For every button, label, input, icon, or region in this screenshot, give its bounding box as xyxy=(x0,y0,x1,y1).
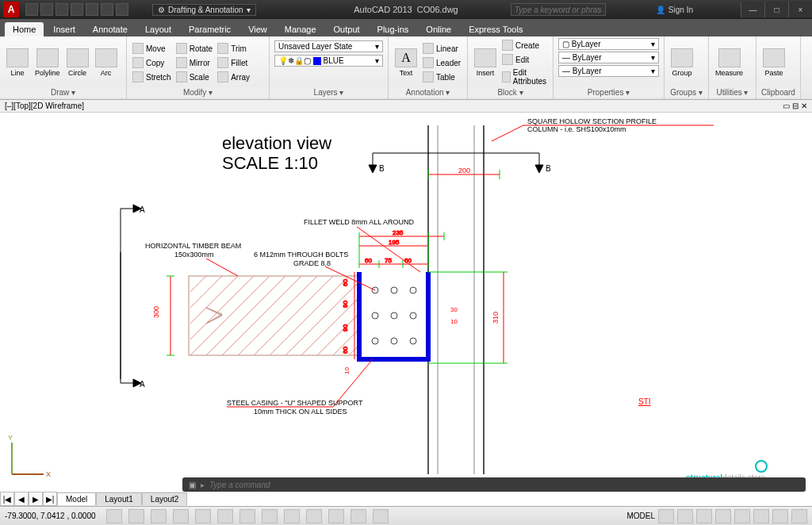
qat-undo-icon[interactable] xyxy=(101,3,113,16)
sheet-layout2[interactable]: Layout2 xyxy=(142,492,188,505)
clean-screen-button[interactable] xyxy=(791,509,807,523)
array-button[interactable]: Array xyxy=(216,71,251,83)
help-search-input[interactable] xyxy=(511,3,606,16)
sheet-layout1[interactable]: Layout1 xyxy=(96,492,142,505)
measure-button[interactable]: Measure xyxy=(714,47,745,79)
tab-manage[interactable]: Manage xyxy=(277,22,324,36)
snap-button[interactable] xyxy=(106,509,122,523)
tab-online[interactable]: Online xyxy=(418,22,459,36)
table-button[interactable]: Table xyxy=(422,71,462,83)
edit-block-button[interactable]: Edit xyxy=(501,53,550,66)
tpy-button[interactable] xyxy=(328,509,344,523)
osnap3d-button[interactable] xyxy=(217,509,233,523)
sc-button[interactable] xyxy=(373,509,389,523)
qat-redo-icon[interactable] xyxy=(116,3,128,16)
lwt-button[interactable] xyxy=(306,509,322,523)
panel-label-modify[interactable]: Modify ▾ xyxy=(127,87,269,98)
minimize-button[interactable]: — xyxy=(741,2,764,17)
polar-button[interactable] xyxy=(173,509,189,523)
tab-parametric[interactable]: Parametric xyxy=(181,22,239,36)
layer-state-combo[interactable]: Unsaved Layer State▾ xyxy=(274,40,383,52)
tab-plugins[interactable]: Plug-ins xyxy=(370,22,417,36)
qp-button[interactable] xyxy=(350,509,366,523)
paste-button[interactable]: Paste xyxy=(761,47,787,79)
workspace-switch-button[interactable] xyxy=(734,509,750,523)
dyn-button[interactable] xyxy=(284,509,300,523)
isolate-button[interactable] xyxy=(772,509,788,523)
circle-button[interactable]: Circle xyxy=(65,47,90,79)
sheet-model[interactable]: Model xyxy=(57,492,96,505)
ducs-button[interactable] xyxy=(262,509,278,523)
status-model[interactable]: MODEL xyxy=(626,512,655,520)
sheet-prev-button[interactable]: ◀ xyxy=(14,492,29,506)
insert-button[interactable]: Insert xyxy=(473,47,498,79)
layer-combo[interactable]: 💡❄🔒▢ BLUE▾ xyxy=(274,55,383,67)
qat-saveas-icon[interactable] xyxy=(71,3,83,16)
leader-button[interactable]: Leader xyxy=(422,56,462,69)
hardware-accel-button[interactable] xyxy=(753,509,769,523)
panel-label-draw[interactable]: Draw ▾ xyxy=(0,87,126,98)
ortho-button[interactable] xyxy=(151,509,167,523)
command-line[interactable]: ▣ ▸ xyxy=(182,477,806,492)
scale-button[interactable]: Scale xyxy=(175,71,213,83)
qat-save-icon[interactable] xyxy=(56,3,68,16)
annotation-scale-button[interactable] xyxy=(715,509,731,523)
move-button[interactable]: Move xyxy=(132,42,172,55)
grid-button[interactable] xyxy=(128,509,144,523)
viewport-menu-icon[interactable]: ▭ ⊟ ✕ xyxy=(783,102,807,110)
panel-label-utilities[interactable]: Utilities ▾ xyxy=(709,87,756,98)
linear-dim-button[interactable]: Linear xyxy=(422,42,462,55)
create-block-button[interactable]: Create xyxy=(501,39,550,52)
panel-label-block[interactable]: Block ▾ xyxy=(468,87,553,98)
viewport-controls[interactable]: [–][Top][2D Wireframe] ▭ ⊟ ✕ xyxy=(0,100,812,113)
tab-annotate[interactable]: Annotate xyxy=(85,22,136,36)
group-button[interactable]: Group xyxy=(669,47,695,79)
dims-top: 235 195 60 75 60 xyxy=(359,229,444,268)
panel-label-layers[interactable]: Layers ▾ xyxy=(270,87,388,98)
tab-view[interactable]: View xyxy=(240,22,275,36)
fillet-button[interactable]: Fillet xyxy=(216,56,251,69)
panel-label-properties[interactable]: Properties ▾ xyxy=(553,87,664,98)
qat-new-icon[interactable] xyxy=(25,3,38,16)
trim-button[interactable]: Trim xyxy=(216,42,251,55)
tab-output[interactable]: Output xyxy=(326,22,368,36)
tab-layout[interactable]: Layout xyxy=(137,22,179,36)
sheet-last-button[interactable]: ▶| xyxy=(43,492,57,506)
tab-expresstools[interactable]: Express Tools xyxy=(461,22,530,36)
status-icon2[interactable] xyxy=(677,509,693,523)
viewport-label-text[interactable]: [–][Top][2D Wireframe] xyxy=(5,102,84,110)
sheet-next-button[interactable]: ▶ xyxy=(29,492,43,506)
tab-insert[interactable]: Insert xyxy=(45,22,83,36)
tab-home[interactable]: Home xyxy=(5,22,44,36)
panel-label-annotation[interactable]: Annotation ▾ xyxy=(389,87,467,98)
command-input[interactable] xyxy=(209,481,799,489)
signin-button[interactable]: 👤 Sign In xyxy=(656,6,693,14)
drawing-canvas[interactable]: elevation view SCALE 1:10 B B SQUARE HOL… xyxy=(0,117,812,490)
lineweight-combo[interactable]: — ByLayer▾ xyxy=(558,65,659,77)
qat-plot-icon[interactable] xyxy=(86,3,98,16)
color-combo[interactable]: ▢ ByLayer▾ xyxy=(558,38,659,50)
status-icon3[interactable] xyxy=(696,509,712,523)
linetype-combo[interactable]: — ByLayer▾ xyxy=(558,52,659,63)
osnap-button[interactable] xyxy=(195,509,211,523)
rotate-button[interactable]: Rotate xyxy=(175,42,213,55)
otrack-button[interactable] xyxy=(239,509,255,523)
stretch-button[interactable]: Stretch xyxy=(132,71,172,83)
close-button[interactable]: × xyxy=(788,2,812,17)
app-menu-button[interactable]: A xyxy=(3,2,19,17)
polyline-button[interactable]: Polyline xyxy=(33,47,62,79)
line-button[interactable]: Line xyxy=(5,47,30,79)
panel-draw: Line Polyline Circle Arc Draw ▾ xyxy=(0,36,127,99)
maximize-button[interactable]: □ xyxy=(764,2,788,17)
qat-open-icon[interactable] xyxy=(40,3,53,16)
status-icon1[interactable] xyxy=(658,509,674,523)
panel-label-groups[interactable]: Groups ▾ xyxy=(665,87,708,98)
text-button[interactable]: AText xyxy=(393,47,419,79)
edit-attr-button[interactable]: Edit Attributes xyxy=(501,67,550,86)
workspace-switcher[interactable]: ⚙ Drafting & Annotation ▾ xyxy=(152,4,256,16)
copy-button[interactable]: Copy xyxy=(132,56,172,69)
arc-button[interactable]: Arc xyxy=(94,47,119,79)
mirror-button[interactable]: Mirror xyxy=(175,56,213,69)
sheet-first-button[interactable]: |◀ xyxy=(0,492,14,506)
steel-casing xyxy=(359,272,428,359)
